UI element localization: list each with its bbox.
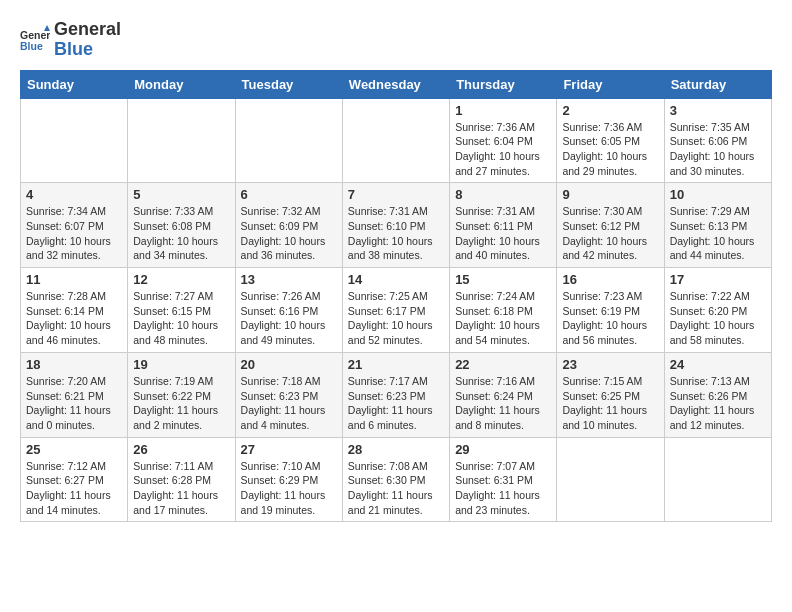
day-number: 14 xyxy=(348,272,444,287)
day-number: 7 xyxy=(348,187,444,202)
day-info: Sunrise: 7:33 AM Sunset: 6:08 PM Dayligh… xyxy=(133,204,229,263)
day-number: 27 xyxy=(241,442,337,457)
day-number: 12 xyxy=(133,272,229,287)
weekday-header-cell: Friday xyxy=(557,70,664,98)
calendar-day-cell: 6Sunrise: 7:32 AM Sunset: 6:09 PM Daylig… xyxy=(235,183,342,268)
day-info: Sunrise: 7:16 AM Sunset: 6:24 PM Dayligh… xyxy=(455,374,551,433)
day-info: Sunrise: 7:36 AM Sunset: 6:05 PM Dayligh… xyxy=(562,120,658,179)
day-info: Sunrise: 7:12 AM Sunset: 6:27 PM Dayligh… xyxy=(26,459,122,518)
day-info: Sunrise: 7:08 AM Sunset: 6:30 PM Dayligh… xyxy=(348,459,444,518)
calendar-day-cell xyxy=(235,98,342,183)
day-number: 16 xyxy=(562,272,658,287)
day-number: 11 xyxy=(26,272,122,287)
weekday-header-cell: Tuesday xyxy=(235,70,342,98)
day-info: Sunrise: 7:13 AM Sunset: 6:26 PM Dayligh… xyxy=(670,374,766,433)
calendar-day-cell: 23Sunrise: 7:15 AM Sunset: 6:25 PM Dayli… xyxy=(557,352,664,437)
day-info: Sunrise: 7:17 AM Sunset: 6:23 PM Dayligh… xyxy=(348,374,444,433)
day-number: 1 xyxy=(455,103,551,118)
calendar-day-cell: 28Sunrise: 7:08 AM Sunset: 6:30 PM Dayli… xyxy=(342,437,449,522)
calendar-day-cell: 9Sunrise: 7:30 AM Sunset: 6:12 PM Daylig… xyxy=(557,183,664,268)
calendar-day-cell xyxy=(342,98,449,183)
calendar-day-cell xyxy=(664,437,771,522)
day-number: 28 xyxy=(348,442,444,457)
calendar-day-cell: 22Sunrise: 7:16 AM Sunset: 6:24 PM Dayli… xyxy=(450,352,557,437)
calendar-day-cell: 18Sunrise: 7:20 AM Sunset: 6:21 PM Dayli… xyxy=(21,352,128,437)
calendar-day-cell: 27Sunrise: 7:10 AM Sunset: 6:29 PM Dayli… xyxy=(235,437,342,522)
weekday-header-row: SundayMondayTuesdayWednesdayThursdayFrid… xyxy=(21,70,772,98)
calendar-day-cell: 10Sunrise: 7:29 AM Sunset: 6:13 PM Dayli… xyxy=(664,183,771,268)
calendar-day-cell: 16Sunrise: 7:23 AM Sunset: 6:19 PM Dayli… xyxy=(557,268,664,353)
calendar-week-row: 18Sunrise: 7:20 AM Sunset: 6:21 PM Dayli… xyxy=(21,352,772,437)
day-number: 24 xyxy=(670,357,766,372)
day-info: Sunrise: 7:35 AM Sunset: 6:06 PM Dayligh… xyxy=(670,120,766,179)
day-number: 8 xyxy=(455,187,551,202)
day-info: Sunrise: 7:26 AM Sunset: 6:16 PM Dayligh… xyxy=(241,289,337,348)
logo-icon: General Blue xyxy=(20,25,50,55)
day-number: 18 xyxy=(26,357,122,372)
day-number: 6 xyxy=(241,187,337,202)
weekday-header-cell: Thursday xyxy=(450,70,557,98)
day-number: 9 xyxy=(562,187,658,202)
weekday-header-cell: Saturday xyxy=(664,70,771,98)
calendar-day-cell: 21Sunrise: 7:17 AM Sunset: 6:23 PM Dayli… xyxy=(342,352,449,437)
weekday-header-cell: Monday xyxy=(128,70,235,98)
calendar-day-cell: 24Sunrise: 7:13 AM Sunset: 6:26 PM Dayli… xyxy=(664,352,771,437)
day-info: Sunrise: 7:22 AM Sunset: 6:20 PM Dayligh… xyxy=(670,289,766,348)
day-info: Sunrise: 7:25 AM Sunset: 6:17 PM Dayligh… xyxy=(348,289,444,348)
day-info: Sunrise: 7:29 AM Sunset: 6:13 PM Dayligh… xyxy=(670,204,766,263)
calendar-day-cell: 3Sunrise: 7:35 AM Sunset: 6:06 PM Daylig… xyxy=(664,98,771,183)
day-info: Sunrise: 7:11 AM Sunset: 6:28 PM Dayligh… xyxy=(133,459,229,518)
calendar-day-cell: 15Sunrise: 7:24 AM Sunset: 6:18 PM Dayli… xyxy=(450,268,557,353)
calendar-week-row: 25Sunrise: 7:12 AM Sunset: 6:27 PM Dayli… xyxy=(21,437,772,522)
calendar-day-cell xyxy=(128,98,235,183)
calendar-week-row: 1Sunrise: 7:36 AM Sunset: 6:04 PM Daylig… xyxy=(21,98,772,183)
calendar-day-cell: 29Sunrise: 7:07 AM Sunset: 6:31 PM Dayli… xyxy=(450,437,557,522)
day-info: Sunrise: 7:28 AM Sunset: 6:14 PM Dayligh… xyxy=(26,289,122,348)
day-number: 23 xyxy=(562,357,658,372)
calendar-day-cell: 25Sunrise: 7:12 AM Sunset: 6:27 PM Dayli… xyxy=(21,437,128,522)
day-info: Sunrise: 7:15 AM Sunset: 6:25 PM Dayligh… xyxy=(562,374,658,433)
day-number: 15 xyxy=(455,272,551,287)
calendar-day-cell: 2Sunrise: 7:36 AM Sunset: 6:05 PM Daylig… xyxy=(557,98,664,183)
day-info: Sunrise: 7:31 AM Sunset: 6:10 PM Dayligh… xyxy=(348,204,444,263)
day-info: Sunrise: 7:36 AM Sunset: 6:04 PM Dayligh… xyxy=(455,120,551,179)
day-number: 5 xyxy=(133,187,229,202)
calendar-day-cell xyxy=(21,98,128,183)
day-info: Sunrise: 7:07 AM Sunset: 6:31 PM Dayligh… xyxy=(455,459,551,518)
day-info: Sunrise: 7:31 AM Sunset: 6:11 PM Dayligh… xyxy=(455,204,551,263)
calendar-day-cell: 19Sunrise: 7:19 AM Sunset: 6:22 PM Dayli… xyxy=(128,352,235,437)
day-number: 19 xyxy=(133,357,229,372)
day-info: Sunrise: 7:20 AM Sunset: 6:21 PM Dayligh… xyxy=(26,374,122,433)
day-number: 20 xyxy=(241,357,337,372)
day-number: 25 xyxy=(26,442,122,457)
day-info: Sunrise: 7:32 AM Sunset: 6:09 PM Dayligh… xyxy=(241,204,337,263)
calendar-day-cell: 7Sunrise: 7:31 AM Sunset: 6:10 PM Daylig… xyxy=(342,183,449,268)
day-number: 10 xyxy=(670,187,766,202)
logo: General Blue General Blue xyxy=(20,20,121,60)
calendar-day-cell: 12Sunrise: 7:27 AM Sunset: 6:15 PM Dayli… xyxy=(128,268,235,353)
calendar-day-cell: 1Sunrise: 7:36 AM Sunset: 6:04 PM Daylig… xyxy=(450,98,557,183)
weekday-header-cell: Wednesday xyxy=(342,70,449,98)
day-number: 4 xyxy=(26,187,122,202)
calendar-day-cell: 4Sunrise: 7:34 AM Sunset: 6:07 PM Daylig… xyxy=(21,183,128,268)
day-info: Sunrise: 7:24 AM Sunset: 6:18 PM Dayligh… xyxy=(455,289,551,348)
day-number: 21 xyxy=(348,357,444,372)
day-info: Sunrise: 7:34 AM Sunset: 6:07 PM Dayligh… xyxy=(26,204,122,263)
svg-text:Blue: Blue xyxy=(20,40,43,52)
calendar-day-cell: 14Sunrise: 7:25 AM Sunset: 6:17 PM Dayli… xyxy=(342,268,449,353)
calendar-body: 1Sunrise: 7:36 AM Sunset: 6:04 PM Daylig… xyxy=(21,98,772,522)
day-number: 26 xyxy=(133,442,229,457)
day-info: Sunrise: 7:30 AM Sunset: 6:12 PM Dayligh… xyxy=(562,204,658,263)
day-number: 29 xyxy=(455,442,551,457)
calendar-day-cell: 11Sunrise: 7:28 AM Sunset: 6:14 PM Dayli… xyxy=(21,268,128,353)
calendar-day-cell: 13Sunrise: 7:26 AM Sunset: 6:16 PM Dayli… xyxy=(235,268,342,353)
day-number: 2 xyxy=(562,103,658,118)
calendar-table: SundayMondayTuesdayWednesdayThursdayFrid… xyxy=(20,70,772,523)
day-number: 3 xyxy=(670,103,766,118)
day-number: 17 xyxy=(670,272,766,287)
calendar-day-cell: 17Sunrise: 7:22 AM Sunset: 6:20 PM Dayli… xyxy=(664,268,771,353)
page-header: General Blue General Blue xyxy=(20,20,772,60)
day-number: 22 xyxy=(455,357,551,372)
calendar-day-cell: 5Sunrise: 7:33 AM Sunset: 6:08 PM Daylig… xyxy=(128,183,235,268)
calendar-day-cell: 20Sunrise: 7:18 AM Sunset: 6:23 PM Dayli… xyxy=(235,352,342,437)
